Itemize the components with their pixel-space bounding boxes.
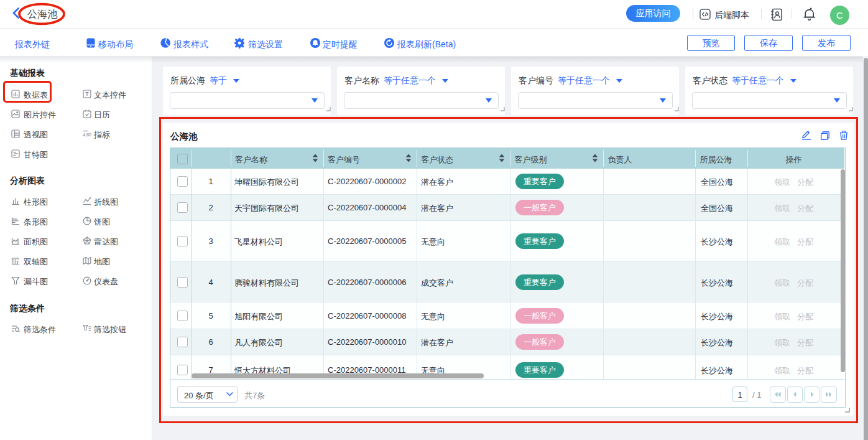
- svg-text:4,80: 4,80: [83, 132, 91, 138]
